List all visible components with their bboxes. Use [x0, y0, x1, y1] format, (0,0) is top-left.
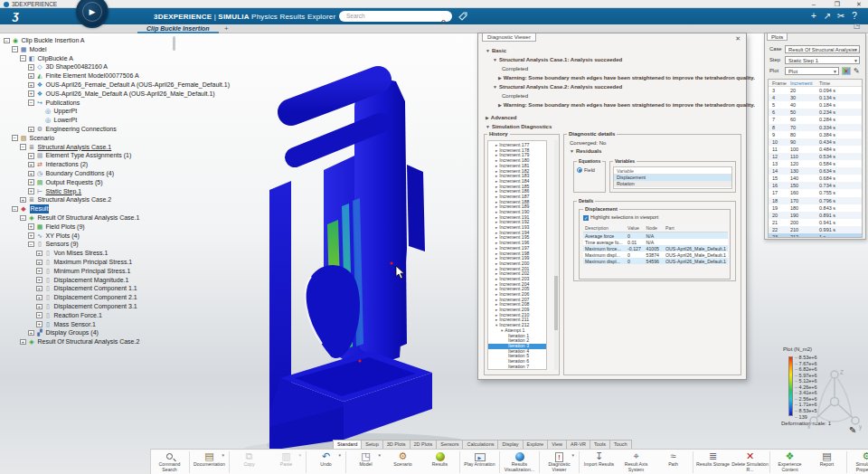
- tool-path[interactable]: ≈Path: [655, 450, 692, 468]
- tree-item[interactable]: ◎LowerPt: [2, 116, 192, 125]
- frame-row[interactable]: 131200.584 s: [769, 160, 862, 167]
- frame-row[interactable]: 9800.384 s: [769, 131, 862, 138]
- collapse-icon[interactable]: −: [28, 242, 34, 248]
- section-basic[interactable]: ▼Basic: [486, 48, 506, 53]
- tree-item-label[interactable]: Displacement Component 3.1: [54, 302, 137, 311]
- tree-item[interactable]: +▯Maximum Principal Stress.1: [2, 258, 192, 267]
- frame-row[interactable]: 6500.234 s: [769, 109, 862, 116]
- expand-icon[interactable]: +: [36, 304, 42, 310]
- frame-row[interactable]: 191800.843 s: [769, 204, 862, 212]
- tree-item[interactable]: +▞Display Groups (4): [2, 328, 192, 337]
- document-tab[interactable]: Clip Buckle Insertion: [137, 24, 219, 33]
- plot-dropdown[interactable]: Plot▼: [785, 67, 839, 75]
- tree-item[interactable]: −◈Result Of Structural Analysis Case.1: [2, 213, 192, 223]
- tree-item[interactable]: +◭Finite Element Model00077506 A: [2, 71, 192, 81]
- frame-row[interactable]: 232121 s: [769, 233, 862, 238]
- tree-item[interactable]: ◎UpperPt: [2, 107, 192, 116]
- tool-play-animation[interactable]: ▶Play Animation: [461, 450, 498, 468]
- dropdown-caret-icon[interactable]: ▼: [571, 453, 575, 458]
- tool-delete-simulation-r[interactable]: ✕Delete Simulation R...: [731, 450, 769, 473]
- tree-item-label[interactable]: Result: [30, 204, 50, 213]
- expand-icon[interactable]: +: [28, 330, 34, 337]
- expand-icon[interactable]: +: [28, 82, 34, 89]
- case-dropdown[interactable]: Result Of Structural Analysis...▼: [785, 45, 860, 53]
- expand-icon[interactable]: +: [28, 162, 34, 168]
- share-icon[interactable]: ↗: [821, 11, 834, 22]
- add-icon[interactable]: +: [807, 11, 820, 22]
- tool-simulation-properties[interactable]: ⚙Simulation Properties: [848, 450, 868, 473]
- tree-item-label[interactable]: Boundary Conditions (4): [46, 169, 115, 178]
- tool-result-axis-system[interactable]: ⌖Result Axis System: [618, 450, 655, 473]
- section-simulation-diagnostics[interactable]: ▼Simulation Diagnostics: [486, 124, 552, 129]
- frame-row[interactable]: 4300.134 s: [769, 94, 862, 101]
- tree-item[interactable]: +▯Mass Sensor.1: [2, 320, 192, 329]
- tool-copy[interactable]: ⧉Copy: [231, 450, 268, 468]
- dropdown-caret-icon[interactable]: ▼: [298, 453, 302, 458]
- expand-panel-icon[interactable]: ◳: [854, 22, 861, 30]
- history-list[interactable]: ▸Increment 174▸Increment 175▸Increment 1…: [487, 140, 547, 370]
- tool-results-visualization[interactable]: Results Visualization...: [501, 450, 538, 473]
- highlight-checkbox[interactable]: ✓: [583, 215, 589, 221]
- tree-item-label[interactable]: OUS-April26_Female_Default A (OUS-April2…: [46, 81, 230, 90]
- frames-table-header[interactable]: FrameIncrementTime: [769, 80, 862, 87]
- frame-row[interactable]: 111000.484 s: [769, 146, 862, 153]
- tree-item-label[interactable]: Result Of Structural Analysis Case.1: [38, 213, 140, 223]
- tree-item-label[interactable]: Field Plots (9): [46, 223, 85, 232]
- tree-item-label[interactable]: Structural Analysis Case.1: [38, 143, 112, 152]
- tree-item-label[interactable]: Display Groups (4): [46, 328, 99, 337]
- collapse-icon[interactable]: −: [12, 46, 18, 52]
- tree-item-label[interactable]: Minimum Principal Stress.1: [54, 267, 131, 276]
- details-column-header[interactable]: Description: [583, 224, 626, 232]
- tool-experience-content[interactable]: ❖Experience Content: [771, 450, 808, 473]
- tree-item[interactable]: +⊢Static Step.1: [2, 187, 192, 196]
- expand-icon[interactable]: +: [36, 295, 42, 301]
- tree-item[interactable]: +▩Element Type Assignments (1): [2, 151, 192, 160]
- tree-item-label[interactable]: Von Mises Stress.1: [54, 249, 108, 258]
- frame-row[interactable]: 5400.184 s: [769, 101, 862, 109]
- expand-icon[interactable]: +: [20, 339, 26, 346]
- tree-item[interactable]: +▯Displacement Magnitude.1: [2, 276, 192, 285]
- expand-icon[interactable]: +: [28, 64, 34, 71]
- tools-icon[interactable]: ✂: [835, 11, 847, 22]
- tree-item-label[interactable]: Publications: [46, 99, 80, 108]
- tree-item-label[interactable]: UpperPt: [54, 107, 78, 116]
- tree-item-label[interactable]: Mass Sensor.1: [54, 320, 96, 329]
- field-radio[interactable]: [577, 167, 582, 173]
- expand-icon[interactable]: +: [28, 232, 34, 239]
- expand-icon[interactable]: +: [36, 260, 42, 266]
- variable-row[interactable]: Rotation: [614, 181, 731, 187]
- dropdown-caret-icon[interactable]: ▼: [378, 453, 382, 458]
- tree-item[interactable]: +❖OUS-April26_Male_Default A (OUS-April2…: [2, 90, 192, 99]
- edit-plot-icon[interactable]: ✎: [854, 67, 860, 75]
- variable-row[interactable]: Displacement: [614, 175, 731, 181]
- expand-icon[interactable]: +: [36, 321, 42, 327]
- tool-results-storage[interactable]: ≣Results Storage: [694, 450, 731, 468]
- help-icon[interactable]: ?: [848, 11, 861, 22]
- tree-item[interactable]: +▯Von Mises Stress.1: [2, 249, 192, 258]
- collapse-icon[interactable]: −: [12, 135, 18, 141]
- details-column-header[interactable]: Node: [645, 224, 665, 232]
- tree-item-label[interactable]: Static Step.1: [46, 187, 82, 196]
- tool-paste[interactable]: ▥▼Paste: [268, 450, 305, 468]
- collapse-icon[interactable]: −: [20, 144, 26, 150]
- collapse-icon[interactable]: −: [20, 215, 26, 222]
- details-row[interactable]: Average force0N/A: [583, 232, 728, 240]
- dropdown-caret-icon[interactable]: ▼: [338, 453, 342, 458]
- clip-buckle-model[interactable]: [244, 54, 461, 452]
- collapse-icon[interactable]: −: [12, 206, 18, 213]
- tree-item[interactable]: +◇3D Shape00482160 A: [2, 62, 192, 71]
- tool-model[interactable]: ◳▼Model: [347, 450, 384, 468]
- search-input[interactable]: Search: [339, 11, 452, 22]
- expand-icon[interactable]: +: [28, 179, 34, 185]
- minimize-button[interactable]: –: [807, 0, 821, 8]
- tree-item-label[interactable]: Displacement Component 2.1: [54, 293, 137, 302]
- tree-item[interactable]: +▯Displacement Component 1.1: [2, 284, 192, 293]
- expand-icon[interactable]: +: [36, 268, 42, 274]
- step-dropdown[interactable]: Static Step 1▼: [785, 56, 860, 64]
- tree-item-label[interactable]: Interactions (2): [46, 160, 89, 169]
- tool-diagnostic-viewer[interactable]: !▼Diagnostic Viewer: [541, 450, 578, 473]
- frame-row[interactable]: 201900.891 s: [769, 212, 862, 219]
- tree-item-label[interactable]: Scenario: [30, 134, 55, 143]
- tree-item[interactable]: +▯Displacement Component 2.1: [2, 293, 192, 302]
- tree-item-label[interactable]: ClipBuckle A: [38, 54, 73, 63]
